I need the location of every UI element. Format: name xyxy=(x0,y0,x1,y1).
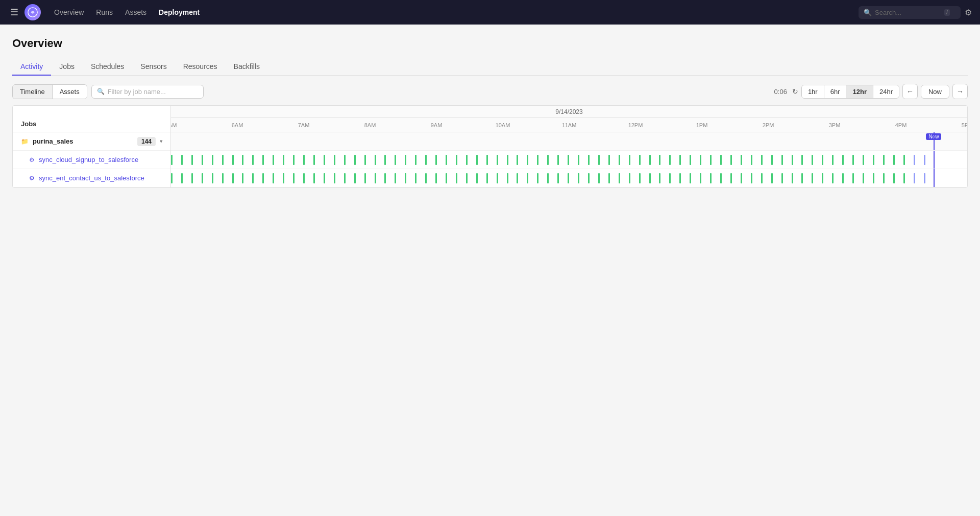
run-bar xyxy=(252,173,254,183)
refresh-icon[interactable]: ↻ xyxy=(792,87,798,96)
run-bar xyxy=(619,173,620,183)
run-bar xyxy=(863,173,864,183)
search-box[interactable]: 🔍 / xyxy=(859,6,961,19)
run-bar xyxy=(262,173,264,183)
run-bar xyxy=(273,173,274,183)
run-bar xyxy=(679,173,681,183)
filter-search-icon: 🔍 xyxy=(97,88,105,95)
run-bar xyxy=(466,155,468,165)
page-title: Overview xyxy=(12,37,968,50)
run-bar xyxy=(273,155,274,165)
time-label-10AM: 10AM xyxy=(496,122,510,128)
run-bar xyxy=(456,155,457,165)
run-bar xyxy=(903,173,905,183)
run-bar xyxy=(568,173,569,183)
job-filter-input[interactable] xyxy=(108,88,198,96)
settings-icon[interactable]: ⚙ xyxy=(965,8,972,17)
nav-overview[interactable]: Overview xyxy=(49,5,89,19)
tab-schedules[interactable]: Schedules xyxy=(83,58,132,76)
job-sync-ent-contact[interactable]: ⚙ sync_ent_contact_us_to_salesforce xyxy=(13,169,170,187)
run-bar xyxy=(415,173,416,183)
run-bar xyxy=(476,155,478,165)
tab-jobs[interactable]: Jobs xyxy=(51,58,83,76)
run-bar xyxy=(202,155,203,165)
run-bar xyxy=(242,173,243,183)
run-bar xyxy=(486,155,488,165)
run-bar xyxy=(669,155,671,165)
run-bar xyxy=(771,155,773,165)
nav-links: Overview Runs Assets Deployment xyxy=(49,5,854,19)
run-bar xyxy=(669,173,671,183)
search-input[interactable] xyxy=(875,9,941,16)
now-button[interactable]: Now xyxy=(921,85,949,99)
run-bar xyxy=(375,173,376,183)
run-bar xyxy=(649,173,651,183)
next-button[interactable]: → xyxy=(952,84,968,99)
run-bar xyxy=(334,173,335,183)
time-counter: 0:06 xyxy=(774,88,787,96)
1hr-button[interactable]: 1hr xyxy=(802,85,824,98)
nav-runs[interactable]: Runs xyxy=(91,5,118,19)
run-bar xyxy=(435,155,437,165)
run-bar xyxy=(476,173,478,183)
folder-icon: 📁 xyxy=(21,138,29,145)
run-bar xyxy=(730,173,732,183)
12hr-button[interactable]: 12hr xyxy=(846,85,873,98)
job-sync-cloud-signup[interactable]: ⚙ sync_cloud_signup_to_salesforce xyxy=(13,151,170,169)
run-bar xyxy=(639,155,641,165)
chart-row-2 xyxy=(171,169,967,187)
24hr-button[interactable]: 24hr xyxy=(873,85,899,98)
run-bar xyxy=(588,155,590,165)
tab-resources[interactable]: Resources xyxy=(175,58,226,76)
run-bar xyxy=(639,173,641,183)
run-bar xyxy=(781,155,783,165)
run-bar xyxy=(730,155,732,165)
tab-sensors[interactable]: Sensors xyxy=(132,58,175,76)
top-navigation: ☰ Overview Runs Assets Deployment 🔍 / ⚙ xyxy=(0,0,980,25)
run-bar xyxy=(659,155,660,165)
run-bar xyxy=(171,155,173,165)
run-bar xyxy=(893,173,895,183)
tab-activity[interactable]: Activity xyxy=(12,58,51,76)
time-range-buttons: 1hr 6hr 12hr 24hr xyxy=(801,85,899,99)
prev-button[interactable]: ← xyxy=(902,84,918,99)
hamburger-menu[interactable]: ☰ xyxy=(8,5,20,20)
run-bar xyxy=(252,155,254,165)
run-bar xyxy=(598,173,600,183)
run-bar xyxy=(364,173,366,183)
run-bar xyxy=(588,173,590,183)
run-bar xyxy=(497,173,498,183)
time-label-5PM: 5PM xyxy=(962,122,967,128)
app-logo xyxy=(24,4,41,20)
job-filter[interactable]: 🔍 xyxy=(91,85,204,99)
tab-backfills[interactable]: Backfills xyxy=(226,58,268,76)
timeline-view-button[interactable]: Timeline xyxy=(13,85,53,99)
run-bar xyxy=(741,173,742,183)
run-bar xyxy=(557,155,559,165)
run-bar xyxy=(395,173,396,183)
time-label-1PM: 1PM xyxy=(696,122,708,128)
run-bar xyxy=(497,155,498,165)
run-bar xyxy=(507,173,508,183)
timeline-container: Jobs 📁 purina_sales 144 ▾ ⚙ sync_cloud_s… xyxy=(12,105,968,188)
run-bar xyxy=(222,173,224,183)
run-bar xyxy=(659,173,660,183)
nav-deployment[interactable]: Deployment xyxy=(154,5,205,19)
run-bar xyxy=(344,155,346,165)
job-group-purina-sales[interactable]: 📁 purina_sales 144 ▾ xyxy=(13,132,170,151)
run-bar xyxy=(232,173,234,183)
nav-assets[interactable]: Assets xyxy=(120,5,152,19)
run-bar xyxy=(578,173,579,183)
run-bar xyxy=(679,155,681,165)
run-bar xyxy=(842,155,844,165)
chart-time-axis: 5AM6AM7AM8AM9AM10AM11AM12PM1PM2PM3PM4PM5… xyxy=(171,118,967,132)
run-bar xyxy=(761,155,763,165)
run-bar xyxy=(364,155,366,165)
run-bar xyxy=(914,173,915,183)
6hr-button[interactable]: 6hr xyxy=(824,85,847,98)
assets-view-button[interactable]: Assets xyxy=(53,85,87,99)
run-bar xyxy=(842,173,844,183)
run-bar xyxy=(232,155,234,165)
run-bar xyxy=(873,173,874,183)
job-name-1: sync_cloud_signup_to_salesforce xyxy=(39,156,138,163)
